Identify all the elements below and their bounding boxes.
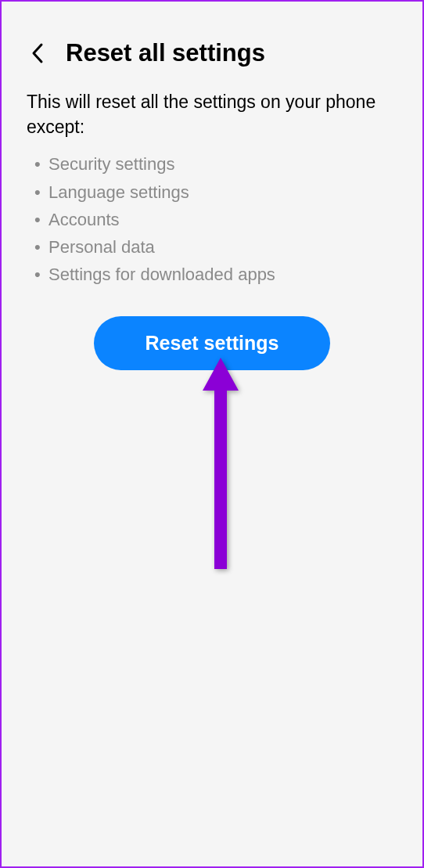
list-item: Security settings <box>49 150 401 178</box>
list-item: Personal data <box>49 233 401 261</box>
description-text: This will reset all the settings on your… <box>2 89 422 139</box>
page-header: Reset all settings <box>2 2 422 89</box>
exceptions-list: Security settings Language settings Acco… <box>2 139 422 288</box>
list-item: Language settings <box>49 178 401 206</box>
annotation-arrow-icon <box>201 358 240 569</box>
list-item: Accounts <box>49 206 401 233</box>
back-icon[interactable] <box>30 45 47 62</box>
list-item: Settings for downloaded apps <box>49 261 401 288</box>
page-title: Reset all settings <box>66 39 265 67</box>
